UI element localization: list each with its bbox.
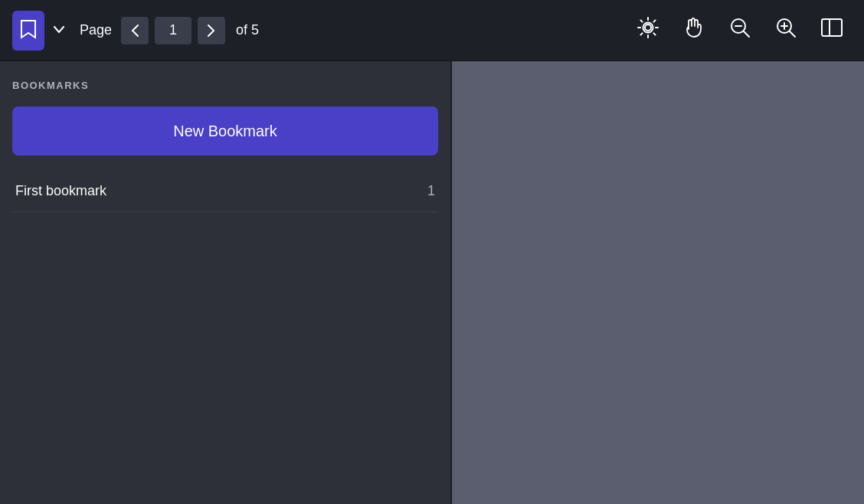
page-number-input[interactable]: 1 (155, 17, 191, 44)
svg-point-0 (645, 25, 651, 31)
zoom-out-icon (728, 16, 751, 44)
svg-line-4 (744, 31, 749, 37)
prev-page-button[interactable] (121, 17, 149, 44)
bookmark-page: 1 (427, 183, 435, 199)
bookmark-toggle-button[interactable] (12, 11, 44, 51)
zoom-out-button[interactable] (720, 11, 760, 51)
panel-toggle-button[interactable] (812, 11, 852, 51)
document-content (452, 61, 864, 504)
bookmark-item[interactable]: First bookmark 1 (12, 171, 438, 212)
hand-icon (682, 15, 705, 45)
new-bookmark-button[interactable]: New Bookmark (12, 106, 438, 155)
gear-icon (637, 16, 659, 44)
svg-rect-9 (822, 19, 842, 36)
next-page-button[interactable] (198, 17, 225, 44)
zoom-in-button[interactable] (766, 11, 806, 51)
bookmarks-sidebar: BOOKMARKS New Bookmark First bookmark 1 (0, 61, 452, 504)
settings-button[interactable] (628, 11, 668, 51)
bookmark-dropdown-button[interactable] (51, 22, 67, 39)
main-area: BOOKMARKS New Bookmark First bookmark 1 (0, 61, 864, 504)
toolbar: Page 1 of 5 (0, 0, 864, 61)
bookmark-icon (20, 19, 37, 41)
bookmark-name: First bookmark (15, 183, 106, 199)
zoom-in-icon (774, 16, 797, 44)
page-label: Page (80, 22, 112, 38)
svg-line-8 (790, 31, 795, 37)
panel-icon (820, 16, 843, 44)
pan-button[interactable] (674, 11, 714, 51)
page-of-label: of 5 (236, 22, 259, 38)
bookmarks-title: BOOKMARKS (12, 80, 438, 91)
